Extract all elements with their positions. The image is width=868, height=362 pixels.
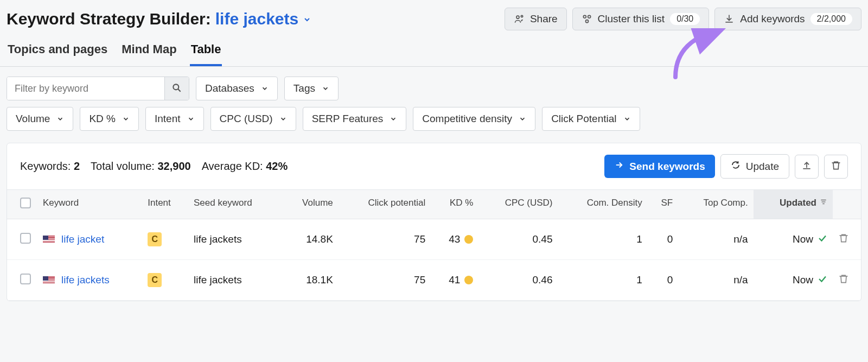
search-icon [171, 82, 182, 95]
flag-us-icon [43, 236, 55, 244]
chevron-down-icon [322, 85, 329, 92]
col-cpc[interactable]: CPC (USD) [478, 190, 558, 219]
chevron-down-icon [56, 115, 64, 123]
tab-mind-map[interactable]: Mind Map [120, 36, 177, 66]
col-com-density[interactable]: Com. Density [558, 190, 647, 219]
svg-point-4 [585, 20, 588, 23]
intent-filter[interactable]: Intent [145, 107, 204, 131]
databases-dropdown[interactable]: Databases [196, 77, 278, 100]
stat-keywords-count: 2 [74, 160, 80, 172]
keyword-link[interactable]: life jackets [61, 274, 110, 286]
col-intent[interactable]: Intent [142, 190, 188, 219]
col-kd[interactable]: KD % [431, 190, 478, 219]
share-button[interactable]: Share [505, 8, 567, 30]
update-button[interactable]: Update [720, 154, 789, 179]
select-all-checkbox[interactable] [20, 198, 31, 208]
filter-search-wrap [7, 77, 189, 100]
col-click-potential[interactable]: Click potential [339, 190, 431, 219]
flag-us-icon [43, 276, 55, 284]
seed-keyword-cell: life jackets [188, 260, 282, 301]
col-top-comp[interactable]: Top Comp. [678, 190, 753, 219]
svg-point-2 [583, 15, 586, 18]
add-keywords-button[interactable]: Add keywords 2/2,000 [714, 8, 861, 30]
seed-keyword-cell: life jackets [188, 219, 282, 260]
delete-row-button[interactable] [838, 234, 849, 246]
keyword-link[interactable]: life jacket [61, 233, 104, 245]
sort-desc-icon [820, 198, 827, 208]
row-checkbox[interactable] [20, 233, 31, 244]
svg-point-3 [588, 15, 590, 18]
click-potential-cell: 75 [339, 260, 431, 301]
filter-keyword-input[interactable] [7, 77, 164, 100]
svg-point-0 [516, 16, 519, 18]
table-row: life jacket C life jackets 14.8K 75 43 0… [7, 219, 861, 260]
col-seed-keyword[interactable]: Seed keyword [188, 190, 282, 219]
share-icon [514, 14, 525, 24]
competitive-density-filter[interactable]: Competitive density [413, 107, 535, 131]
add-keywords-count-badge: 2/2,000 [810, 13, 852, 25]
kd-cell: 43 [449, 233, 473, 245]
updated-cell: Now [793, 233, 827, 246]
download-icon [724, 14, 735, 24]
kd-difficulty-dot-icon [464, 276, 473, 284]
chevron-down-icon [279, 115, 287, 123]
chevron-down-icon [390, 115, 397, 123]
chevron-down-icon [122, 115, 130, 123]
page-title: Keyword Strategy Builder: life jackets [7, 10, 310, 28]
sf-cell: 0 [648, 219, 679, 260]
summary-stats: Keywords: 2 Total volume: 32,900 Average… [20, 160, 288, 173]
delete-all-button[interactable] [824, 155, 848, 179]
export-button[interactable] [795, 155, 819, 179]
volume-cell: 14.8K [282, 219, 339, 260]
view-tabs: Topics and pages Mind Map Table [0, 36, 868, 67]
col-volume[interactable]: Volume [282, 190, 339, 219]
serp-features-filter[interactable]: SERP Features [303, 107, 407, 131]
intent-badge: C [148, 232, 162, 246]
check-icon [818, 233, 827, 246]
cluster-list-button[interactable]: Cluster this list 0/30 [572, 8, 710, 30]
chevron-down-icon [261, 85, 269, 92]
col-keyword[interactable]: Keyword [37, 190, 142, 219]
com-density-cell: 1 [558, 219, 647, 260]
kd-cell: 41 [449, 274, 473, 286]
svg-point-5 [173, 84, 178, 90]
tags-dropdown[interactable]: Tags [284, 77, 339, 100]
upload-icon [801, 160, 812, 173]
chevron-down-icon [519, 115, 526, 123]
kd-difficulty-dot-icon [464, 235, 473, 244]
table-row: life jackets C life jackets 18.1K 75 41 … [7, 260, 861, 301]
volume-filter[interactable]: Volume [7, 107, 73, 131]
cpc-cell: 0.45 [478, 219, 558, 260]
send-arrow-icon [614, 160, 624, 173]
title-keyword-dropdown[interactable]: life jackets [215, 10, 310, 28]
cpc-filter[interactable]: CPC (USD) [210, 107, 296, 131]
sf-cell: 0 [648, 260, 679, 301]
stat-avg-kd: 42% [266, 160, 288, 172]
cpc-cell: 0.46 [478, 260, 558, 301]
row-checkbox[interactable] [20, 274, 31, 284]
volume-cell: 18.1K [282, 260, 339, 301]
stat-total-volume: 32,900 [157, 160, 190, 172]
chevron-down-icon [187, 115, 195, 123]
send-keywords-button[interactable]: Send keywords [604, 155, 714, 178]
click-potential-filter[interactable]: Click Potential [542, 107, 640, 131]
delete-row-button[interactable] [838, 275, 849, 287]
filter-search-button[interactable] [164, 77, 189, 100]
col-sf[interactable]: SF [648, 190, 679, 219]
cluster-icon [582, 14, 592, 24]
tab-table[interactable]: Table [190, 36, 222, 66]
svg-point-1 [521, 15, 522, 17]
tab-topics-and-pages[interactable]: Topics and pages [7, 36, 108, 66]
click-potential-cell: 75 [339, 219, 431, 260]
kd-filter[interactable]: KD % [80, 107, 139, 131]
chevron-down-icon [303, 15, 310, 23]
com-density-cell: 1 [558, 260, 647, 301]
chevron-down-icon [623, 115, 631, 123]
updated-cell: Now [793, 274, 827, 287]
cluster-count-badge: 0/30 [670, 13, 700, 25]
keywords-table: Keyword Intent Seed keyword Volume Click… [7, 189, 861, 301]
refresh-icon [731, 160, 741, 173]
col-updated[interactable]: Updated [754, 190, 833, 219]
svg-line-6 [178, 89, 181, 92]
top-comp-cell: n/a [678, 219, 753, 260]
